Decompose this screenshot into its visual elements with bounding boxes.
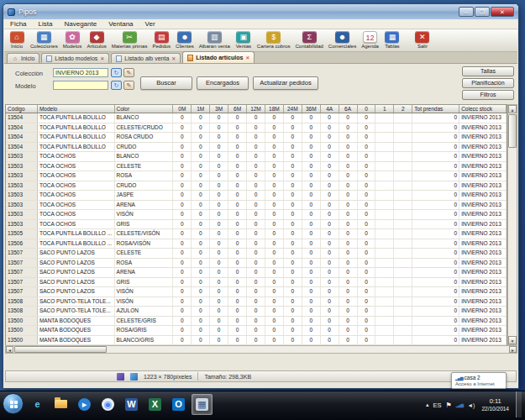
column-header-6a[interactable]: 6A — [339, 105, 358, 113]
toolbar-button-modelos[interactable]: ✿Modelos — [60, 30, 85, 49]
tab-inicio[interactable]: ⌂Inicio — [7, 53, 39, 63]
tray-expander-icon[interactable]: ▴ — [426, 402, 429, 408]
table-row[interactable]: 13503TOCA OCHOSROSA000000000000INVIERNO … — [6, 171, 507, 181]
encargados-button[interactable]: Encargados — [197, 76, 249, 90]
tab-listado-alb-venta[interactable]: Listado alb venta✕ — [111, 53, 181, 63]
table-row[interactable]: 13500MANTA BODOQUESBLANCO/GRIS0000000000… — [6, 336, 507, 346]
column-header-18m[interactable]: 18M — [265, 105, 284, 113]
clock[interactable]: 0:11 22/10/2014 — [481, 397, 509, 412]
table-row[interactable]: 13507SACO PUNTO LAZOSROSA000000000000INV… — [6, 259, 507, 269]
table-row[interactable]: 13503TOCA OCHOSJASPE000000000000INVIERNO… — [6, 191, 507, 201]
menu-item-ver[interactable]: Ver — [139, 20, 161, 28]
column-header-codigo[interactable]: Código — [6, 105, 38, 113]
table-row[interactable]: 13503TOCA OCHOSGRIS000000000000INVIERNO … — [6, 220, 507, 230]
action-center-icon[interactable]: ⚑ — [445, 402, 451, 409]
tallas-button[interactable]: Tallas — [462, 66, 514, 76]
toolbar-button-materias-primas[interactable]: ✂Materias primas — [109, 30, 150, 49]
coleccion-lookup-icon[interactable]: ↻ — [111, 68, 122, 77]
toolbar-button-ventas[interactable]: ▣Ventas — [233, 30, 255, 49]
table-row[interactable]: 13503TOCA OCHOSCRUDO000000000000INVIERNO… — [6, 181, 507, 192]
table-row[interactable]: 13503TOCA OCHOSCELESTE000000000000INVIER… — [6, 162, 507, 172]
table-row[interactable]: 13506TOCA PUNTILLA BOLILLO ...ROSA/VISÓN… — [6, 239, 507, 249]
scroll-up-icon[interactable]: ▲ — [508, 105, 517, 113]
start-button[interactable] — [3, 393, 24, 414]
table-row[interactable]: 13508SACO PUNTO-TELA TOLE...VISÓN0000000… — [6, 297, 507, 307]
toolbar-button-cartera-cobros[interactable]: $Cartera cobros — [255, 30, 293, 49]
modelo-edit-icon[interactable]: ✎ — [123, 81, 134, 90]
table-row[interactable]: 13503TOCA OCHOSARENA000000000000INVIERNO… — [6, 201, 507, 211]
modelo-input[interactable] — [53, 81, 108, 90]
toolbar-button-agenda[interactable]: 12Agenda — [359, 30, 381, 49]
column-header-2[interactable]: 2 — [394, 105, 412, 113]
media-player-taskbar-button[interactable]: ▸ — [74, 394, 95, 415]
modelo-lookup-icon[interactable]: ↻ — [111, 81, 122, 90]
close-button[interactable]: ✕ — [491, 7, 514, 17]
toolbar-button-albaran-venta[interactable]: ▥Albaran venta — [197, 30, 233, 49]
ie-taskbar-button[interactable]: e — [27, 394, 48, 415]
column-header-3m[interactable]: 3M — [210, 105, 228, 113]
column-header-36m[interactable]: 36M — [302, 105, 321, 113]
scroll-left-icon[interactable]: ◄ — [6, 346, 13, 353]
table-row[interactable]: 13508SACO PUNTO-TELA TOLE...AZULON000000… — [6, 307, 507, 317]
table-row[interactable]: 13500MANTA BODOQUESROSA/GRIS000000000000… — [6, 326, 507, 336]
toolbar-button-tablas[interactable]: ▦Tablas — [381, 30, 403, 49]
table-row[interactable]: 13504TOCA PUNTILLA BOLILLOBLANCO00000000… — [6, 113, 507, 123]
table-row[interactable]: 13503TOCA OCHOSBLANCO000000000000INVIERN… — [6, 152, 507, 162]
table-row[interactable]: 13504TOCA PUNTILLA BOLILLOCELESTE/CRUDO0… — [6, 123, 507, 134]
minimize-button[interactable]: – — [459, 7, 474, 17]
table-row[interactable]: 13503TOCA OCHOSVISÓN000000000000INVIERNO… — [6, 210, 507, 220]
tab-listado-articulos[interactable]: Listado artículos✕ — [182, 51, 255, 63]
toolbar-button-contabilidad[interactable]: ΣContabilidad — [293, 30, 326, 49]
toolbar-button-inicio[interactable]: ⌂Inicio — [6, 30, 28, 49]
column-header-colecc-stock[interactable]: Colecc stock — [459, 105, 507, 113]
excel-taskbar-button[interactable]: X — [144, 394, 165, 415]
column-header-0[interactable]: 0 — [358, 105, 376, 113]
column-header-4a[interactable]: 4A — [321, 105, 339, 113]
language-indicator[interactable]: ES — [433, 402, 441, 409]
close-tab-icon[interactable]: ✕ — [171, 55, 176, 61]
table-row[interactable]: 13507SACO PUNTO LAZOSCELESTE000000000000… — [6, 249, 507, 259]
scroll-right-icon[interactable]: ► — [509, 346, 517, 353]
horizontal-scrollbar[interactable]: ◄ ► — [5, 345, 517, 354]
column-header-12m[interactable]: 12M — [247, 105, 265, 113]
maximize-button[interactable]: ❐ — [475, 7, 490, 17]
buscar-button[interactable]: Buscar — [140, 76, 192, 90]
scroll-down-icon[interactable]: ▼ — [508, 336, 517, 344]
explorer-folder-taskbar-button[interactable] — [50, 394, 71, 415]
show-desktop-button[interactable] — [516, 391, 522, 417]
chrome-taskbar-button[interactable]: ◉ — [97, 394, 118, 415]
menu-item-lista[interactable]: Lista — [33, 20, 59, 28]
filtros-button[interactable]: Filtros — [462, 90, 514, 100]
image-viewer-taskbar-button[interactable]: ▦ — [192, 394, 213, 415]
horizontal-scroll-thumb[interactable] — [14, 346, 107, 353]
planificacion-button[interactable]: Planificación — [462, 78, 514, 88]
table-row[interactable]: 13504TOCA PUNTILLA BOLILLOROSA CRUDO0000… — [6, 133, 507, 143]
tab-listado-modelos[interactable]: Listado modelos✕ — [41, 53, 109, 63]
coleccion-input[interactable] — [53, 68, 108, 77]
close-tab-icon[interactable]: ✕ — [245, 55, 249, 60]
toolbar-button-comerciales[interactable]: ☻Comerciales — [326, 30, 359, 49]
toolbar-button-colecciones[interactable]: ▦Colecciones — [28, 30, 60, 49]
table-row[interactable]: 13500MANTA BODOQUESCELESTE/GRIS000000000… — [6, 317, 507, 327]
network-tray-icon[interactable]: ▂▄▆ — [456, 402, 464, 407]
toolbar-button-salir[interactable]: ✕Salir — [412, 30, 433, 49]
toolbar-button-articulos[interactable]: ◆Artículos — [84, 30, 108, 49]
vertical-scrollbar[interactable]: ▲ ▼ — [507, 104, 517, 345]
table-row[interactable]: 13504TOCA PUNTILLA BOLILLOCRUDO000000000… — [6, 143, 507, 153]
column-header-6m[interactable]: 6M — [228, 105, 247, 113]
column-header-modelo[interactable]: Modelo — [38, 105, 115, 113]
table-row[interactable]: 13507SACO PUNTO LAZOSARENA000000000000IN… — [6, 268, 507, 278]
table-row[interactable]: 13507SACO PUNTO LAZOSVISÓN000000000000IN… — [6, 287, 507, 297]
column-header-tot-prendas[interactable]: Tot prendas — [412, 105, 459, 113]
table-row[interactable]: 13507SACO PUNTO LAZOSGRIS000000000000INV… — [6, 278, 507, 288]
outlook-taskbar-button[interactable]: O — [168, 394, 189, 415]
column-header-0m[interactable]: 0M — [173, 105, 192, 113]
menu-item-navegante[interactable]: Navegante — [58, 20, 102, 28]
toolbar-button-clientes[interactable]: ☻Clientes — [173, 30, 197, 49]
column-header-24m[interactable]: 24M — [284, 105, 302, 113]
column-header-1[interactable]: 1 — [375, 105, 394, 113]
table-row[interactable]: 13505TOCA PUNTILLA BOLILLO ...CELESTE/VI… — [6, 229, 507, 239]
close-tab-icon[interactable]: ✕ — [100, 55, 104, 61]
toolbar-button-pedidos[interactable]: ▤Pedidos — [150, 30, 173, 49]
coleccion-edit-icon[interactable]: ✎ — [123, 68, 134, 77]
